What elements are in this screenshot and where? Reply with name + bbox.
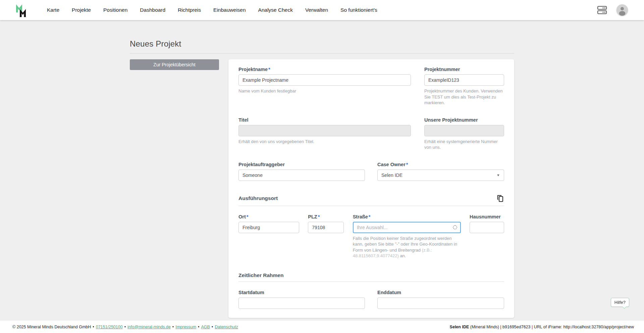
page-body: Neues Projekt Zur Projektübersicht Proje… [0,20,644,333]
projektname-label: Projektname [238,67,268,72]
strasse-label: Straße [353,214,368,219]
projektname-input[interactable] [238,74,411,86]
server-icon [597,6,607,14]
case-owner-select[interactable]: Selen IDE ▼ [377,170,504,181]
projektauftraggeber-label: Projektauftraggeber [238,162,365,167]
content-container: Neues Projekt Zur Projektübersicht Proje… [130,20,514,333]
footer-separator: • [198,325,199,329]
nav-item-einbauweisen[interactable]: Einbauweisen [213,7,246,13]
plz-label: PLZ [308,214,317,219]
field-projektname: Projektname* Name vom Kunden festlegbar [238,67,411,106]
ort-input[interactable] [238,222,299,233]
footer-link-datenschutz[interactable]: Datenschutz [215,325,238,329]
footer-separator: • [93,325,94,329]
strasse-input[interactable] [353,222,461,233]
field-unsere-projektnummer: Unsere Projektnummer Erhält eine systemg… [424,117,504,150]
field-case-owner: Case Owner* Selen IDE ▼ [377,162,504,181]
footer-separator: • [172,325,174,329]
unsere-projektnummer-input [424,125,504,136]
footer-link-email[interactable]: info@mineral-minds.de [127,325,171,329]
required-asterisk: * [268,67,270,72]
case-owner-label: Case Owner [377,162,406,167]
required-asterisk: * [369,214,371,219]
session-user: Selen IDE [450,325,469,329]
enddatum-input[interactable] [377,297,504,309]
loading-spinner-icon [453,225,457,229]
help-button[interactable]: Hilfe? [611,298,629,307]
footer-legal: © 2025 Mineral Minds Deutschland GmbH•07… [12,325,238,329]
person-icon [616,4,628,16]
projektnummer-helper: Projektnummer des Kunden. Verwenden Sie … [424,88,504,106]
zeitlicher-rahmen-title: Zeitlicher Rahmen [238,272,283,278]
strasse-helper: Falls die Position keiner Straße zugeord… [353,236,461,259]
startdatum-label: Startdatum [238,290,365,295]
nav-item-richtpreis[interactable]: Richtpreis [178,7,201,13]
nav-items: Karte Projekte Positionen Dashboard Rich… [47,7,377,13]
ort-label: Ort [238,214,246,219]
nav-item-karte[interactable]: Karte [47,7,59,13]
session-details: (Mineral Minds) | b91695ed7623 | URL of … [469,325,634,329]
footer-link-phone[interactable]: 07151/250100 [96,325,123,329]
title-divider [130,53,514,54]
nav-item-analyse-check[interactable]: Analyse Check [258,7,293,13]
section-divider [238,281,504,282]
hausnummer-input[interactable] [470,222,504,233]
section-divider [238,206,504,206]
field-titel: Titel Erhält den von uns vorgegebenen Ti… [238,117,411,150]
chevron-down-icon: ▼ [496,174,500,177]
hausnummer-label: Hausnummer [470,214,504,219]
required-asterisk: * [406,162,408,167]
back-to-overview-button[interactable]: Zur Projektübersicht [130,59,219,70]
projektnummer-label: Projektnummer [424,67,504,72]
projektnummer-input[interactable] [424,74,504,86]
startdatum-input[interactable] [238,297,365,309]
footer-session-info: Selen IDE (Mineral Minds) | b91695ed7623… [450,325,634,329]
nav-item-positionen[interactable]: Positionen [103,7,127,13]
section-zeitlicher-rahmen: Zeitlicher Rahmen Startdatum Enddatum [238,272,504,309]
top-navigation: Karte Projekte Positionen Dashboard Rich… [0,0,644,20]
ausfuehrungsort-title: Ausführungsort [238,195,278,201]
projektauftraggeber-input[interactable] [238,170,365,181]
field-strasse: Straße* Falls die Position keiner Straße… [353,214,461,259]
titel-label: Titel [238,117,411,123]
unsere-projektnummer-label: Unsere Projektnummer [424,117,504,123]
field-hausnummer: Hausnummer [470,214,504,259]
titel-helper: Erhält den von uns vorgegebenen Titel. [238,139,411,145]
plz-input[interactable] [308,222,344,233]
user-avatar[interactable] [616,4,628,16]
project-form-card: Projektname* Name vom Kunden festlegbar … [228,59,514,318]
nav-item-dashboard[interactable]: Dashboard [140,7,165,13]
field-plz: PLZ* [308,214,344,259]
logo-icon [15,2,30,18]
section-ausfuehrungsort: Ausführungsort [238,194,504,259]
page-title: Neues Projekt [130,39,514,49]
strasse-helper-suffix: an. [399,253,406,258]
server-status-icon[interactable] [596,5,608,15]
field-projektnummer: Projektnummer Projektnummer des Kunden. … [424,67,504,106]
field-ort: Ort* [238,214,299,259]
unsere-projektnummer-helper: Erhält eine systemgenerierte Nummer von … [424,139,504,150]
nav-item-verwalten[interactable]: Verwalten [305,7,328,13]
footer-separator: • [124,325,126,329]
field-projektauftraggeber: Projektauftraggeber [238,162,365,181]
nav-item-so-funktionierts[interactable]: So funktioniert's [340,7,377,13]
mineral-minds-logo[interactable] [15,2,30,18]
footer-link-agb[interactable]: AGB [201,325,210,329]
field-startdatum: Startdatum [238,290,365,309]
strasse-helper-main: Falls die Position keiner Straße zugeord… [353,236,457,253]
required-asterisk: * [247,214,249,219]
footer-link-impressum[interactable]: Impressum [175,325,196,329]
copy-icon [497,195,503,202]
enddatum-label: Enddatum [377,290,504,295]
nav-item-projekte[interactable]: Projekte [72,7,91,13]
projektname-helper: Name vom Kunden festlegbar [238,88,411,94]
copyright-text: © 2025 Mineral Minds Deutschland GmbH [12,325,91,329]
footer-separator: • [212,325,213,329]
case-owner-selected-value: Selen IDE [381,173,402,178]
left-column: Zur Projektübersicht [130,59,219,70]
page-footer: © 2025 Mineral Minds Deutschland GmbH•07… [0,321,644,333]
field-enddatum: Enddatum [377,290,504,309]
copy-location-button[interactable] [496,194,504,203]
required-asterisk: * [318,214,320,219]
titel-input [238,125,411,136]
